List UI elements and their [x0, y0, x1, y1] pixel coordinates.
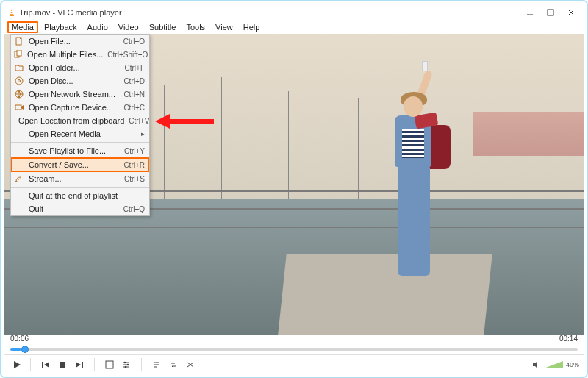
- menu-item-label: Stream...: [29, 174, 120, 183]
- svg-rect-14: [15, 105, 21, 110]
- menu-item-label: Open Multiple Files...: [27, 50, 103, 59]
- menu-item-shortcut: Ctrl+O: [123, 38, 145, 46]
- extended-settings-button[interactable]: [118, 357, 135, 372]
- menu-item-shortcut: Ctrl+S: [124, 175, 145, 183]
- svg-point-16: [15, 181, 17, 182]
- menu-item-save-playlist-to-file[interactable]: Save Playlist to File...Ctrl+Y: [11, 144, 149, 157]
- svg-point-29: [125, 365, 127, 368]
- stream-icon: [14, 174, 24, 183]
- menu-media[interactable]: Media: [7, 21, 38, 33]
- menu-item-open-capture-device[interactable]: Open Capture Device...Ctrl+C: [11, 101, 149, 114]
- folder-icon: [14, 63, 24, 72]
- menu-item-open-multiple-files[interactable]: Open Multiple Files...Ctrl+Shift+O: [11, 48, 149, 61]
- menu-item-open-recent-media[interactable]: Open Recent Media▸: [11, 127, 149, 140]
- annotation-arrow: [155, 114, 214, 129]
- svg-rect-22: [82, 362, 83, 368]
- menu-item-quit[interactable]: QuitCtrl+Q: [11, 202, 149, 215]
- menu-item-open-file[interactable]: Open File...Ctrl+O: [11, 35, 149, 48]
- svg-rect-9: [17, 50, 21, 56]
- menu-item-stream[interactable]: Stream...Ctrl+S: [11, 172, 149, 185]
- menu-item-shortcut: Ctrl+R: [123, 161, 145, 169]
- net-icon: [14, 90, 24, 99]
- svg-marker-0: [10, 9, 14, 16]
- menu-item-label: Open File...: [29, 37, 119, 46]
- menubar: Media Playback Audio Video Subtitle Tool…: [4, 21, 584, 34]
- cap-icon: [14, 103, 24, 112]
- menu-item-open-folder[interactable]: Open Folder...Ctrl+F: [11, 61, 149, 74]
- media-menu-dropdown: Open File...Ctrl+OOpen Multiple Files...…: [10, 34, 150, 216]
- svg-point-27: [124, 361, 126, 363]
- svg-rect-18: [42, 362, 43, 368]
- menu-item-shortcut: Ctrl+D: [123, 77, 145, 85]
- menu-item-open-location-from-clipboard[interactable]: Open Location from clipboardCtrl+V: [11, 114, 149, 127]
- volume-percent: 40%: [566, 361, 579, 368]
- menu-item-label: Open Disc...: [29, 76, 119, 85]
- scene-buildings: [473, 112, 584, 156]
- vlc-cone-icon: [7, 8, 16, 17]
- loop-button[interactable]: [165, 357, 182, 372]
- close-button[interactable]: [562, 6, 581, 19]
- menu-item-shortcut: Ctrl+Shift+O: [107, 51, 148, 59]
- disc-icon: [14, 76, 24, 85]
- menu-item-shortcut: Ctrl+N: [123, 90, 145, 99]
- menu-separator: [11, 187, 149, 188]
- stop-button[interactable]: [54, 357, 71, 372]
- menu-playback[interactable]: Playback: [40, 22, 82, 32]
- menu-tools[interactable]: Tools: [182, 22, 209, 32]
- svg-marker-33: [533, 361, 537, 368]
- window-title: Trip.mov - VLC media player: [19, 8, 122, 17]
- svg-rect-2: [10, 13, 14, 14]
- menu-item-shortcut: Ctrl+V: [129, 117, 149, 125]
- menu-audio[interactable]: Audio: [83, 22, 112, 32]
- menu-item-shortcut: Ctrl+Q: [123, 205, 145, 213]
- vlc-window: Trip.mov - VLC media player Media Playba…: [4, 4, 584, 374]
- menu-item-label: Open Network Stream...: [29, 90, 119, 99]
- tutorial-frame: Trip.mov - VLC media player Media Playba…: [0, 0, 588, 378]
- menu-subtitle[interactable]: Subtitle: [145, 22, 181, 32]
- scene-masts: [121, 64, 410, 199]
- menu-video[interactable]: Video: [114, 22, 143, 32]
- prev-button[interactable]: [37, 357, 54, 372]
- volume-control[interactable]: 40%: [532, 360, 579, 369]
- menu-item-shortcut: Ctrl+Y: [124, 147, 145, 155]
- menu-item-quit-at-the-end-of-playlist[interactable]: Quit at the end of playlist: [11, 189, 149, 202]
- fullscreen-button[interactable]: [101, 357, 118, 372]
- menu-item-label: Open Recent Media: [29, 129, 145, 138]
- files-icon: [14, 50, 23, 59]
- svg-point-11: [18, 80, 21, 82]
- titlebar: Trip.mov - VLC media player: [4, 4, 584, 21]
- file-icon: [14, 37, 24, 46]
- playlist-button[interactable]: [148, 357, 165, 372]
- menu-item-label: Quit: [29, 204, 119, 213]
- menu-item-open-network-stream[interactable]: Open Network Stream...Ctrl+N: [11, 88, 149, 101]
- menu-item-label: Convert / Save...: [29, 160, 119, 169]
- menu-view[interactable]: View: [211, 22, 237, 32]
- shuffle-button[interactable]: [182, 357, 198, 372]
- minimize-button[interactable]: [520, 6, 539, 19]
- svg-point-10: [15, 77, 23, 85]
- menu-item-open-disc[interactable]: Open Disc...Ctrl+D: [11, 74, 149, 88]
- speaker-icon: [532, 360, 541, 369]
- svg-rect-4: [548, 10, 553, 15]
- scene-railing: [4, 227, 584, 228]
- menu-item-convert-save[interactable]: Convert / Save...Ctrl+R: [11, 157, 149, 172]
- menu-item-label: Quit at the end of playlist: [29, 191, 145, 200]
- menu-help[interactable]: Help: [239, 22, 265, 32]
- seek-thumb[interactable]: [21, 346, 29, 353]
- scene-person: [381, 92, 448, 283]
- menu-item-shortcut: Ctrl+C: [123, 104, 145, 112]
- svg-marker-19: [44, 362, 49, 368]
- controlbar: 40%: [4, 354, 584, 374]
- total-time: 00:14: [559, 335, 578, 343]
- menu-item-label: Save Playlist to File...: [29, 146, 120, 155]
- maximize-button[interactable]: [541, 6, 560, 19]
- menu-item-label: Open Location from clipboard: [18, 116, 124, 125]
- svg-point-28: [127, 363, 129, 365]
- svg-rect-1: [10, 11, 13, 12]
- volume-slider[interactable]: [544, 361, 563, 368]
- submenu-arrow-icon: ▸: [141, 130, 145, 138]
- seekbar[interactable]: [4, 344, 584, 354]
- play-button[interactable]: [9, 357, 25, 372]
- next-button[interactable]: [71, 357, 87, 372]
- current-time: 00:06: [10, 335, 29, 343]
